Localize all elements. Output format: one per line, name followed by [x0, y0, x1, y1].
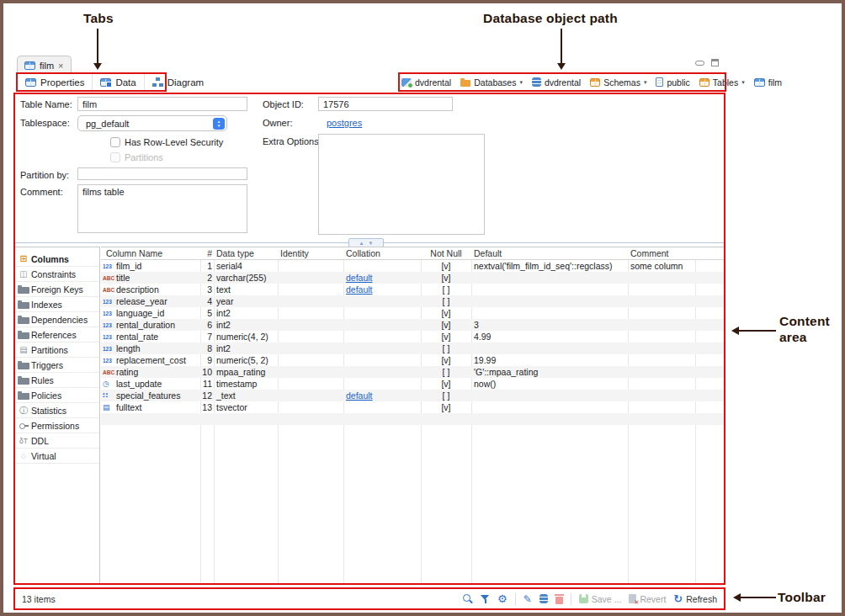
editor-tab-film[interactable]: film ×: [17, 56, 72, 74]
column-header-identity[interactable]: Identity: [278, 247, 343, 259]
breadcrumb-database[interactable]: dvdrental: [532, 77, 581, 88]
screenshot-frame: Tabs Database object path Content area T…: [0, 0, 845, 616]
ordinal-cell: 8: [200, 343, 214, 354]
chevron-down-icon[interactable]: ▾: [519, 79, 523, 86]
chevron-down-icon[interactable]: ▾: [741, 79, 745, 86]
settings-button[interactable]: [497, 592, 508, 605]
table-row[interactable]: title 2 varchar(255) default [v]: [101, 272, 724, 284]
column-name-cell: rental_duration: [116, 320, 175, 330]
sidebar-item-partitions[interactable]: Partitions: [15, 343, 99, 358]
breadcrumb-table[interactable]: film: [754, 77, 782, 88]
table-row[interactable]: [101, 413, 724, 425]
default-cell: [471, 343, 628, 354]
sidebar-item-ddl[interactable]: DDL: [15, 433, 99, 449]
table-row[interactable]: rental_duration 6 int2 [v] 3: [101, 319, 724, 331]
table-row[interactable]: film_id 1 serial4 [v] nextval('film_film…: [101, 260, 724, 272]
sidebar-item-indexes[interactable]: Indexes: [15, 297, 99, 312]
text-icon: [103, 275, 116, 281]
column-header-default[interactable]: Default: [471, 247, 628, 259]
filter-button[interactable]: [481, 594, 490, 604]
comment-cell: [628, 295, 695, 307]
database-button[interactable]: [539, 594, 548, 603]
sidebar-item-label: Triggers: [31, 360, 63, 370]
database-icon: [539, 594, 548, 603]
grid-o-icon: [590, 78, 600, 87]
sidebar-item-constraints[interactable]: Constraints: [15, 267, 99, 282]
breadcrumb-connection[interactable]: dvdrental: [401, 77, 451, 88]
data-type-cell: text: [214, 284, 278, 295]
column-header-data-type[interactable]: Data type: [214, 247, 278, 259]
table-row[interactable]: description 3 text default [ ]: [101, 284, 724, 295]
sidebar-item-label: Columns: [31, 254, 69, 264]
edit-button[interactable]: [523, 593, 532, 605]
delete-button[interactable]: [555, 594, 563, 604]
data-type-cell: mpaa_rating: [214, 366, 278, 378]
breadcrumb-label: film: [768, 77, 782, 88]
column-header-collation[interactable]: Collation: [343, 247, 421, 259]
breadcrumb-schema[interactable]: public: [656, 77, 689, 88]
table-row[interactable]: language_id 5 int2 [v]: [101, 307, 724, 319]
ordinal-cell: 7: [200, 331, 214, 343]
breadcrumb-schemas[interactable]: Schemas ▾: [590, 77, 646, 88]
column-header-name[interactable]: Column Name: [101, 247, 200, 259]
sidebar-item-statistics[interactable]: Statistics: [15, 403, 99, 418]
partition-by-label: Partition by:: [20, 170, 69, 180]
column-header-not-null[interactable]: Not Null: [421, 247, 471, 259]
sidebar-item-dependencies[interactable]: Dependencies: [15, 312, 99, 327]
table-row[interactable]: rental_rate 7 numeric(4, 2) [v] 4.99: [101, 331, 724, 343]
collation-link[interactable]: default: [346, 273, 373, 283]
sidebar-item-triggers[interactable]: Triggers: [15, 358, 99, 373]
table-name-label: Table Name:: [20, 99, 72, 109]
table-row[interactable]: release_year 4 year [ ]: [101, 295, 724, 307]
close-icon[interactable]: ×: [58, 61, 63, 71]
sidebar-item-columns[interactable]: Columns: [15, 252, 99, 267]
chevron-down-icon[interactable]: ▾: [644, 79, 647, 86]
search-button[interactable]: [463, 594, 473, 604]
sidebar-item-foreign-keys[interactable]: Foreign Keys: [15, 282, 99, 297]
partition-by-field[interactable]: [77, 167, 247, 180]
owner-link[interactable]: postgres: [327, 118, 362, 128]
table-row[interactable]: replacement_cost 9 numeric(5, 2) [v] 19.…: [101, 354, 724, 366]
extra-options-box[interactable]: [318, 134, 485, 235]
sidebar-item-policies[interactable]: Policies: [15, 388, 99, 403]
sidebar-item-permissions[interactable]: Permissions: [15, 418, 99, 433]
breadcrumb-tables[interactable]: Tables ▾: [699, 77, 745, 88]
column-header-ordinal[interactable]: #: [200, 247, 214, 259]
sidebar-item-rules[interactable]: Rules: [15, 373, 99, 388]
sidebar-item-virtual[interactable]: Virtual: [15, 449, 99, 464]
revert-button[interactable]: Revert: [629, 594, 666, 604]
ddl-icon: [18, 437, 29, 445]
not-null-cell: [ ]: [421, 284, 471, 295]
sidebar-item-label: Permissions: [31, 421, 79, 431]
stepper-icon[interactable]: [213, 118, 225, 130]
partitions-checkbox[interactable]: [110, 152, 120, 162]
table-row[interactable]: length 8 int2 [ ]: [101, 343, 724, 354]
comment-cell: [628, 307, 695, 319]
permissions-icon: [18, 422, 29, 430]
tab-properties[interactable]: Properties: [18, 74, 93, 90]
tab-data[interactable]: Data: [93, 74, 144, 90]
minimize-icon[interactable]: [695, 61, 704, 66]
maximize-icon[interactable]: [711, 59, 719, 66]
table-row[interactable]: special_features 12 _text default [ ]: [101, 390, 724, 401]
breadcrumb-databases[interactable]: Databases ▾: [460, 77, 523, 88]
tablespace-select[interactable]: pg_default: [77, 115, 227, 131]
sidebar-item-references[interactable]: References: [15, 327, 99, 343]
object-id-field[interactable]: [318, 97, 453, 111]
save-button[interactable]: Save ...: [579, 594, 622, 604]
content-area-annotation-arrow: [739, 330, 776, 332]
comment-field[interactable]: films table: [77, 184, 247, 233]
collation-link[interactable]: default: [346, 284, 373, 295]
breadcrumb: dvdrental Databases ▾ dvdrental Schemas …: [401, 74, 782, 90]
table-row[interactable]: last_update 11 timestamp [v] now(): [101, 378, 724, 390]
table-row[interactable]: rating 10 mpaa_rating [ ] 'G'::mpaa_rati…: [101, 366, 724, 378]
column-header-comment[interactable]: Comment: [628, 247, 695, 259]
refresh-button[interactable]: Refresh: [673, 592, 717, 605]
numeric-icon: [103, 311, 116, 316]
table-row[interactable]: fulltext 13 tsvector [v]: [101, 401, 724, 413]
has-rls-checkbox[interactable]: [110, 137, 120, 147]
folder-icon: [18, 363, 29, 369]
tab-diagram[interactable]: Diagram: [145, 74, 211, 90]
table-name-field[interactable]: [77, 97, 247, 111]
collation-link[interactable]: default: [346, 390, 373, 401]
